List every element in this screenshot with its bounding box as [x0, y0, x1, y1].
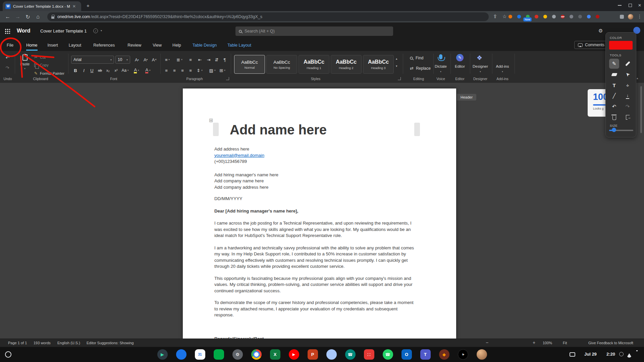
word-count[interactable]: 193 words	[34, 341, 51, 345]
youtube-app-icon[interactable]: ▶	[289, 349, 299, 360]
keep-app-icon[interactable]	[326, 349, 337, 360]
window-maximize-button[interactable]	[629, 4, 632, 7]
shelf-date[interactable]: Jul 29	[584, 352, 597, 357]
underline-button[interactable]: U	[88, 66, 96, 74]
tab-insert[interactable]: Insert	[48, 40, 58, 51]
extension-icon[interactable]	[596, 15, 599, 18]
paragraph-3[interactable]: This opportunity is fascinating because …	[214, 276, 416, 294]
whatsapp-app-icon[interactable]: ☎	[383, 349, 393, 360]
shrink-font-button[interactable]: A	[142, 56, 150, 64]
dictate-button[interactable]	[436, 54, 445, 59]
sort-button[interactable]: ⇵	[213, 56, 221, 64]
extension-icon[interactable]	[508, 15, 512, 18]
contact-block[interactable]: Add address here youremail@email.domain …	[214, 146, 416, 165]
play-store-icon[interactable]: ▶	[157, 349, 168, 360]
dictate-dropdown-icon[interactable]: ▾	[440, 70, 441, 73]
extension-icon[interactable]	[552, 15, 556, 18]
undo-tool-icon[interactable]: ↶	[609, 102, 619, 112]
status-tray-icon[interactable]	[619, 352, 624, 356]
comments-button[interactable]: Comments	[574, 41, 608, 49]
tab-file[interactable]: File	[7, 40, 13, 51]
text-tool-icon[interactable]: T	[609, 80, 619, 90]
exit-tool-icon[interactable]	[623, 112, 633, 122]
address-bar[interactable]: onedrive.live.com /edit.aspx?resid=DE20D…	[47, 12, 489, 21]
tab-help[interactable]: Help	[172, 40, 181, 51]
shelf-time[interactable]: 2:20	[606, 352, 615, 357]
call-app-icon[interactable]: ☎	[345, 349, 356, 360]
page-count[interactable]: Page 1 of 1	[8, 341, 27, 345]
document-title[interactable]: Cover Letter Template 1	[40, 28, 87, 34]
extension-icon[interactable]	[570, 15, 573, 18]
style-no-spacing[interactable]: AaBbCc No Spacing	[266, 55, 297, 74]
format-painter-button[interactable]: ✎ Format Painter	[34, 71, 64, 76]
move-tool-icon[interactable]: ↔↕	[623, 80, 633, 90]
home-icon[interactable]: ⌂	[33, 14, 43, 20]
excel-app-icon[interactable]: X	[270, 349, 280, 360]
date-line[interactable]: DD/MM/YYYY	[214, 196, 416, 202]
bold-button[interactable]: B	[71, 66, 79, 74]
manager-line[interactable]: Add hiring manager's name here	[214, 172, 416, 178]
share-icon[interactable]: ⇪	[493, 13, 497, 19]
extensions-puzzle-icon[interactable]	[620, 15, 624, 19]
email-link[interactable]: youremail@email.domain	[214, 153, 264, 158]
highlighter-tool-icon[interactable]	[623, 59, 633, 69]
font-size-select[interactable]: 10	[115, 56, 130, 64]
window-close-button[interactable]: ✕	[638, 3, 641, 8]
paragraph-1[interactable]: I came across the job posting for a Tech…	[214, 220, 416, 239]
name-heading[interactable]: Add name here	[230, 122, 416, 137]
bullets-button[interactable]: ≡	[162, 56, 172, 64]
screen-cast-icon[interactable]	[570, 352, 575, 357]
reload-icon[interactable]: ↻	[23, 14, 33, 20]
selected-color-swatch[interactable]	[609, 41, 633, 50]
styles-gallery-up-icon[interactable]: ▴	[396, 57, 397, 60]
save-status-icon[interactable]: ✓	[93, 28, 98, 33]
redo-icon[interactable]: ↷	[3, 64, 11, 72]
paste-button[interactable]: Paste ▾	[17, 54, 32, 70]
window-minimize-button[interactable]	[618, 5, 622, 6]
settings-gear-icon[interactable]: ⚙	[598, 28, 603, 34]
settings-app-icon[interactable]: ⚙	[232, 349, 243, 360]
designer-dropdown-icon[interactable]: ▾	[480, 70, 481, 73]
table-move-handle-icon[interactable]: ⊞	[209, 117, 213, 123]
extension-icon[interactable]	[543, 15, 547, 18]
zoom-level[interactable]: 100%	[543, 341, 552, 345]
document-page[interactable]: ⊞ Add name here Add address here yourema…	[183, 88, 456, 339]
chat-app-icon[interactable]	[176, 349, 186, 360]
tab-table-layout[interactable]: Table Layout	[227, 40, 251, 51]
profile-app-icon[interactable]	[477, 349, 487, 360]
title-dropdown-icon[interactable]: ▾	[101, 29, 102, 32]
show-paragraph-marks-button[interactable]: ¶	[221, 56, 229, 64]
superscript-button[interactable]: x²	[112, 66, 120, 74]
recipient-block[interactable]: Add hiring manager's name here Add compa…	[214, 172, 416, 191]
language-status[interactable]: English (U.S.)	[57, 341, 80, 345]
meet-app-icon[interactable]	[214, 349, 224, 360]
multilevel-list-button[interactable]: ≡	[186, 56, 195, 64]
forward-icon[interactable]: →	[13, 14, 23, 20]
new-tab-button[interactable]: +	[87, 3, 90, 8]
increase-indent-button[interactable]: ⇥	[205, 56, 213, 64]
undo-icon[interactable]: ↶	[3, 54, 11, 62]
paragraph-2[interactable]: I am a hardworking and technically savvy…	[214, 245, 416, 270]
calendar-app-icon[interactable]: 31	[195, 349, 205, 360]
paragraph-4[interactable]: To demonstrate the scope of my career hi…	[214, 300, 416, 318]
tab-review[interactable]: Review	[127, 40, 141, 51]
subscript-button[interactable]: x₂	[104, 66, 112, 74]
style-heading-3[interactable]: AaBbCc Heading 3	[363, 55, 394, 74]
powerpoint-app-icon[interactable]: P	[308, 349, 318, 360]
back-icon[interactable]: ←	[3, 14, 13, 20]
browser-profile-avatar[interactable]	[628, 14, 633, 19]
bookmark-star-icon[interactable]: ☆	[502, 14, 507, 19]
wifi-icon[interactable]	[627, 351, 632, 358]
word-logo[interactable]: Word	[17, 28, 31, 34]
teams-app-icon[interactable]: T	[420, 349, 431, 360]
adblock-extension-icon[interactable]: ABP	[561, 15, 565, 18]
strikethrough-button[interactable]: ab	[96, 66, 104, 74]
delete-tool-icon[interactable]	[609, 112, 619, 122]
numbering-button[interactable]: ≣	[174, 56, 184, 64]
closing-line[interactable]: Regards/Sincerely/Best	[214, 336, 416, 339]
game-app-icon[interactable]: ◆	[439, 349, 449, 360]
phone-line[interactable]: (+00)123456789	[214, 159, 416, 165]
align-right-button[interactable]: ≡	[178, 66, 186, 74]
collapse-ribbon-icon[interactable]: ▴	[637, 76, 638, 80]
zoom-in-icon[interactable]: +	[533, 340, 535, 345]
